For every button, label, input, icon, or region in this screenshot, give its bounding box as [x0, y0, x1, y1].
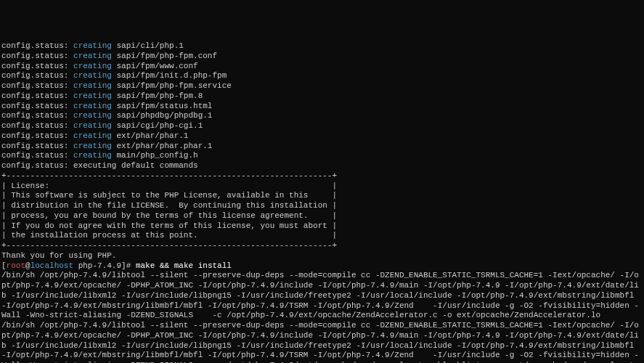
license-line: | This software is subject to the PHP Li…: [1, 191, 643, 201]
config-status-line: config.status: creating sapi/fpm/php-fpm…: [1, 52, 643, 62]
config-status-action: creating: [73, 121, 112, 130]
config-status-line: config.status: creating ext/phar/phar.ph…: [1, 142, 643, 152]
config-status-line: config.status: creating sapi/fpm/php-fpm…: [1, 91, 643, 102]
config-status-prefix: config.status:: [1, 71, 73, 80]
config-status-action: creating: [73, 41, 112, 50]
config-status-action: creating: [73, 131, 112, 140]
config-status-target: sapi/fpm/init.d.php-fpm: [112, 71, 227, 80]
config-status-target: sapi/fpm/php-fpm.service: [112, 81, 232, 90]
config-status-line: config.status: creating ext/phar/phar.1: [1, 131, 643, 142]
config-status-action: creating: [73, 81, 112, 90]
config-status-action: creating: [73, 111, 112, 120]
config-status-line: config.status: creating sapi/cli/php.1: [1, 41, 643, 52]
config-status-action: creating: [73, 71, 112, 80]
compile-output-line: /bin/sh /opt/php-7.4.9/libtool --silent …: [1, 271, 643, 321]
config-status-target: main/php_config.h: [112, 151, 198, 160]
config-status-prefix: config.status:: [1, 121, 73, 130]
thank-you-text: Thank you for using PHP.: [1, 251, 116, 260]
config-status-line: config.status: creating sapi/fpm/php-fpm…: [1, 81, 643, 91]
config-status-prefix: config.status:: [1, 91, 73, 100]
config-status-target: sapi/fpm/php-fpm.conf: [112, 52, 217, 60]
config-status-target: sapi/fpm/php-fpm.8: [112, 91, 203, 100]
config-status-action: creating: [73, 62, 112, 70]
config-status-action: creating: [73, 102, 112, 110]
config-status-line: config.status: creating sapi/fpm/init.d.…: [1, 71, 643, 81]
prompt-host: localhost: [30, 261, 73, 270]
config-status-action: creating: [73, 52, 112, 60]
config-status-line: config.status: creating sapi/fpm/status.…: [1, 102, 643, 112]
thank-you-line: Thank you for using PHP.: [1, 251, 643, 261]
prompt-dir: php-7.4.9]#: [73, 261, 136, 270]
config-status-action: creating: [73, 142, 112, 150]
config-status-target: ext/phar/phar.1: [112, 131, 189, 140]
config-status-target: sapi/cgi/php-cgi.1: [112, 121, 203, 130]
compile-output-line: /bin/sh /opt/php-7.4.9/libtool --silent …: [1, 321, 643, 363]
config-status-prefix: config.status:: [1, 151, 73, 160]
config-status-prefix: config.status:: [1, 131, 73, 140]
license-line: | distribution in the file LICENSE. By c…: [1, 201, 643, 211]
config-status-prefix: config.status:: [1, 102, 73, 110]
prompt-user: root: [7, 261, 25, 270]
config-status-action: creating: [73, 91, 112, 100]
license-line: | License: |: [1, 182, 643, 192]
config-status-prefix: config.status:: [1, 41, 73, 50]
config-status-target: sapi/fpm/www.conf: [112, 62, 198, 70]
config-status-prefix: config.status:: [1, 111, 73, 120]
config-status-prefix: config.status:: [1, 62, 73, 70]
prompt-bracket-open: [: [1, 261, 7, 270]
config-status-prefix: config.status: executing default command…: [1, 161, 198, 170]
license-hr-top: +---------------------------------------…: [1, 171, 643, 182]
config-status-target: ext/phar/phar.phar.1: [112, 142, 213, 150]
config-status-line: config.status: creating main/php_config.…: [1, 151, 643, 161]
config-status-prefix: config.status:: [1, 52, 73, 60]
prompt-command: make && make install: [136, 261, 232, 270]
shell-prompt-line: [root@localhost php-7.4.9]# make && make…: [1, 261, 643, 272]
license-line: | If you do not agree with the terms of …: [1, 221, 643, 232]
config-status-target: sapi/phpdbg/phpdbg.1: [112, 111, 213, 120]
config-status-line: config.status: creating sapi/cgi/php-cgi…: [1, 121, 643, 131]
config-status-action: creating: [73, 151, 112, 160]
license-line: | the installation process at this point…: [1, 231, 643, 241]
config-status-prefix: config.status:: [1, 81, 73, 90]
config-status-prefix: config.status:: [1, 142, 73, 150]
license-line: | process, you are bound by the terms of…: [1, 211, 643, 221]
license-hr-bottom: +---------------------------------------…: [1, 241, 643, 251]
config-status-line: config.status: creating sapi/phpdbg/phpd…: [1, 111, 643, 121]
config-status-target: sapi/fpm/status.html: [112, 102, 213, 110]
terminal-output[interactable]: config.status: creating sapi/cli/php.1co…: [1, 41, 643, 363]
config-status-target: sapi/cli/php.1: [112, 41, 184, 50]
config-status-line: config.status: executing default command…: [1, 161, 643, 171]
prompt-at: @: [25, 261, 30, 270]
config-status-line: config.status: creating sapi/fpm/www.con…: [1, 62, 643, 72]
